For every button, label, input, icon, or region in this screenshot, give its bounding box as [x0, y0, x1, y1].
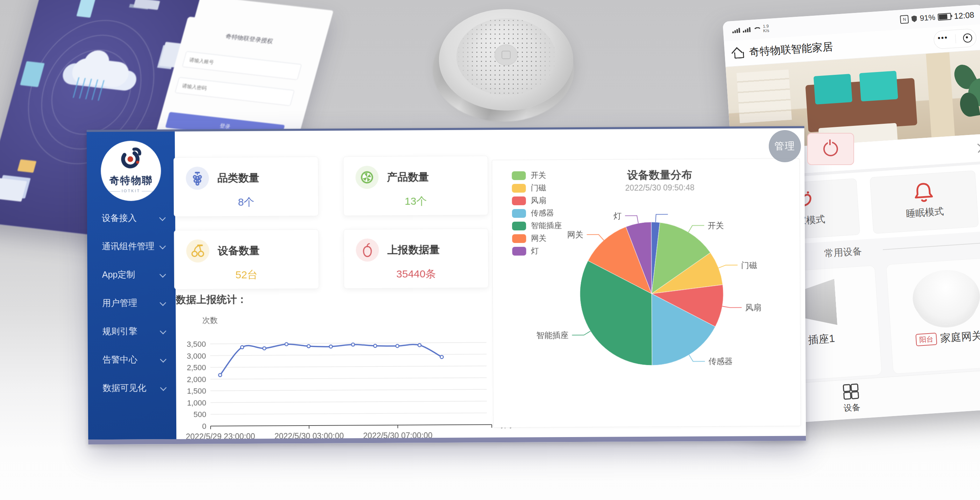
sidebar-item-app-custom[interactable]: App定制 — [88, 260, 176, 289]
sidebar-item-rule-engine[interactable]: 规则引擎 — [88, 317, 176, 346]
line-point[interactable] — [329, 345, 332, 348]
legend-label: 门磁 — [531, 183, 546, 194]
sidebar-item-comm-components[interactable]: 通讯组件管理 — [87, 232, 175, 260]
legend-label: 风扇 — [531, 195, 546, 206]
miniprogram-controls: ••• — [933, 28, 977, 49]
report-section-title: 数据上报统计： — [176, 293, 247, 307]
username-field[interactable] — [182, 51, 301, 80]
device-card-gateway[interactable]: 阳台 家庭网关 — [886, 257, 980, 374]
socket-image — [801, 279, 838, 327]
shelf — [737, 70, 792, 124]
sidebar-item-user-mgmt[interactable]: 用户管理 — [88, 289, 176, 317]
line-point[interactable] — [440, 356, 444, 359]
grid-icon — [843, 384, 859, 400]
isometric-screen — [76, 0, 95, 18]
common-devices-label: 常用设备 — [824, 245, 862, 260]
pie-callout-line — [688, 225, 704, 232]
line-point[interactable] — [374, 344, 377, 348]
legend-item[interactable]: 开关 — [512, 169, 562, 182]
chevron-down-icon — [159, 271, 166, 278]
mode-label: 睡眠模式 — [872, 203, 978, 222]
stat-value: 8个 — [174, 195, 318, 210]
power-mode-button[interactable] — [807, 133, 854, 165]
gridline — [210, 366, 487, 367]
stat-label: 设备数量 — [218, 243, 259, 258]
nav-item-profile[interactable]: 我的 — [970, 373, 980, 405]
couch — [805, 78, 917, 132]
composite-scene: 奇特物联登录授权 登录 1.9 K/s N 91% — [0, 0, 980, 500]
close-circle-icon[interactable] — [963, 33, 973, 43]
line-point[interactable] — [418, 344, 421, 347]
y-tick-label: 1,000 — [187, 398, 206, 407]
password-field[interactable] — [175, 77, 294, 106]
y-tick-label: 1,500 — [187, 387, 206, 395]
smart-speaker-photo — [435, 9, 578, 121]
more-menu-icon[interactable]: ••• — [938, 37, 948, 41]
shield-icon — [911, 15, 917, 22]
login-title: 奇特物联登录授权 — [191, 28, 308, 49]
line-point[interactable] — [241, 346, 244, 349]
isometric-building — [17, 159, 37, 173]
pie-slice-label: 传感器 — [708, 357, 732, 366]
chevron-down-icon — [160, 385, 167, 391]
line-point[interactable] — [396, 344, 399, 348]
line-point[interactable] — [219, 373, 222, 376]
pie-callout-line — [722, 306, 742, 308]
sidebar-item-device-access[interactable]: 设备接入 — [87, 203, 175, 232]
device-distribution-pie: 开关门磁风扇传感器智能插座网关灯 — [514, 203, 780, 422]
x-axis — [210, 424, 492, 426]
battery-icon — [938, 13, 951, 21]
stat-label: 产品数量 — [387, 170, 429, 185]
pie-slice-label: 门磁 — [741, 260, 757, 270]
mode-card-sleep[interactable]: 睡眠模式 — [869, 170, 978, 234]
bell-icon — [910, 179, 936, 205]
satellite-icon — [133, 0, 160, 10]
pie-chart-title: 设备数量分布 — [538, 167, 782, 183]
legend-swatch — [512, 196, 526, 205]
pie-slice-label: 开关 — [708, 221, 724, 230]
brand-subtitle: IOTKIT — [101, 189, 161, 193]
app-title: 奇特物联智能家居 — [749, 40, 834, 59]
pie-callout-line — [572, 331, 590, 335]
nav-label: 设备 — [830, 401, 873, 415]
line-point[interactable] — [262, 347, 266, 350]
admin-dashboard-window: 奇特物聯 IOTKIT 设备接入 通讯组件管理 App定制 用户管理 规则引擎 … — [87, 126, 806, 445]
pie-callout-line — [689, 355, 705, 362]
stat-card-products: 产品数量 13个 — [343, 156, 488, 216]
pie-callout-line — [718, 265, 738, 268]
device-name: 家庭网关 — [940, 329, 980, 346]
nav-label: 我的 — [972, 391, 980, 405]
rule-line — [883, 243, 980, 250]
divider — [955, 34, 956, 43]
chevron-right-icon — [974, 143, 980, 153]
speaker-top — [439, 9, 573, 111]
y-tick-label: 2,500 — [187, 363, 206, 372]
y-tick-label: 3,500 — [187, 340, 206, 349]
pie-callout-line — [625, 216, 638, 224]
lime-icon — [355, 166, 379, 189]
gridline — [210, 389, 487, 391]
sidebar-item-data-visual[interactable]: 数据可见化 — [88, 373, 176, 402]
gateway-image — [911, 268, 980, 327]
pie-slice-label: 灯 — [614, 211, 622, 220]
nav-item-devices[interactable]: 设备 — [830, 383, 873, 415]
line-point[interactable] — [307, 345, 310, 348]
legend-item[interactable]: 门磁 — [512, 181, 562, 194]
line-point[interactable] — [285, 343, 288, 346]
stat-label: 上报数据量 — [387, 243, 440, 257]
gridline — [210, 342, 487, 344]
legend-swatch — [512, 171, 526, 180]
gridline — [210, 354, 487, 356]
line-point[interactable] — [352, 343, 355, 346]
gridline — [210, 401, 487, 402]
power-icon — [823, 141, 838, 156]
legend-swatch — [512, 184, 526, 192]
y-tick-label: 0 — [202, 422, 206, 431]
manage-badge[interactable]: 管理 — [769, 130, 801, 162]
stat-card-devices: 设备数量 52台 — [174, 229, 319, 289]
cherries-icon — [186, 240, 209, 263]
cushion — [813, 74, 852, 104]
device-distribution-panel: 设备数量分布 2022/5/30 09:50:48 开关门磁风扇传感器智能插座网… — [492, 159, 801, 428]
sidebar-item-alert-center[interactable]: 告警中心 — [88, 345, 176, 374]
home-icon[interactable] — [733, 48, 744, 59]
